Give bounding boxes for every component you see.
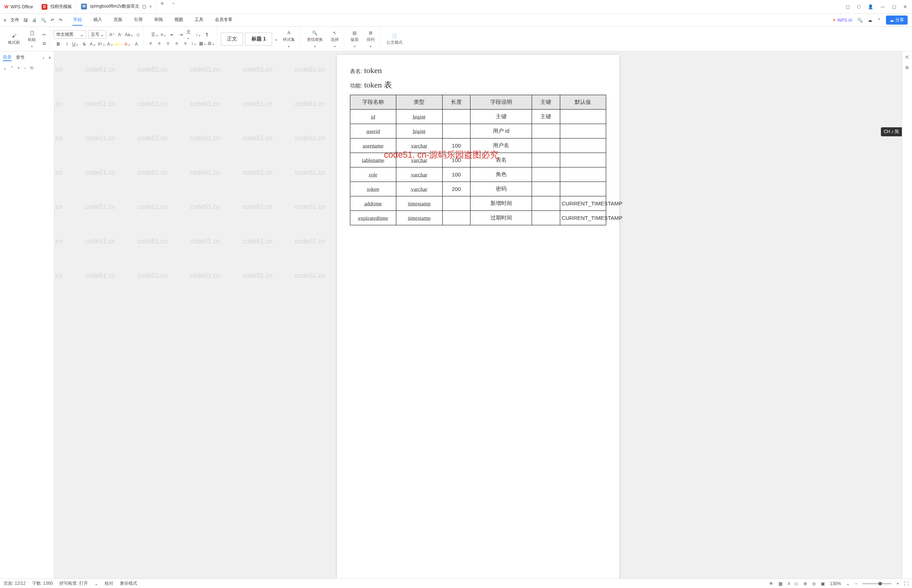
view-print-icon[interactable]: ▦ (778, 581, 782, 586)
strikethrough-icon[interactable]: S̶ (81, 41, 87, 47)
emphasis-icon[interactable]: A⌄ (90, 41, 96, 47)
align-center-icon[interactable]: ≡ (156, 40, 162, 47)
select-button[interactable]: ↖选择⌄ (328, 30, 342, 48)
tab-insert[interactable]: 插入 (92, 15, 103, 26)
zoom-value[interactable]: 130% (830, 581, 841, 586)
bold-icon[interactable]: B (55, 41, 62, 47)
view-eye-icon[interactable]: 👁 (769, 581, 773, 586)
table-cell[interactable]: 100 (442, 168, 470, 182)
zoom-in-icon[interactable]: + (896, 581, 899, 586)
table-cell[interactable]: varchar (396, 153, 442, 168)
superscript-icon[interactable]: X²⌄ (99, 41, 105, 47)
tab-template[interactable]: D 找稻壳模板 (37, 0, 77, 13)
table-row[interactable]: usernamevarchar100用户名 (350, 139, 606, 153)
tab-member[interactable]: 会员专享 (214, 15, 233, 26)
redo-icon[interactable]: ↷ (58, 18, 62, 23)
show-marks-icon[interactable]: ¶ (204, 31, 210, 38)
view-web-icon[interactable]: ⊕ (803, 581, 807, 586)
view-split-icon[interactable]: ▣ (821, 581, 825, 586)
file-menu[interactable]: 文件 (10, 17, 19, 23)
add-icon[interactable]: + (17, 65, 20, 71)
numbering-icon[interactable]: ≡⌄ (160, 31, 167, 38)
table-cell[interactable]: varchar (396, 182, 442, 196)
italic-icon[interactable]: I (64, 41, 70, 47)
table-cell[interactable] (531, 182, 560, 196)
table-cell[interactable]: 用户名 (470, 139, 532, 153)
table-cell[interactable]: timestamp (396, 196, 442, 211)
table-cell[interactable]: 用户 id (470, 124, 532, 139)
table-row[interactable]: tablenamevarchar100表名 (350, 153, 606, 168)
align-left-icon[interactable]: ≡ (147, 40, 154, 47)
menu-icon[interactable]: ≡ (3, 18, 6, 23)
tab-tools[interactable]: 工具 (194, 15, 204, 26)
find-replace-button[interactable]: 🔍查找替换⌄ (304, 30, 326, 48)
table-cell[interactable]: addtime (350, 196, 396, 211)
table-cell[interactable]: 主键 (470, 110, 532, 124)
table-cell[interactable]: 200 (442, 182, 470, 196)
decrease-indent-icon[interactable]: ⇤ (169, 31, 175, 38)
view-outline-icon[interactable]: ≡ (787, 581, 790, 586)
fullscreen-icon[interactable]: ⛶ (904, 581, 909, 586)
table-cell[interactable] (560, 182, 606, 196)
link-icon[interactable]: ⟲ (30, 65, 33, 71)
decrease-font-icon[interactable]: A⁻ (117, 31, 124, 38)
highlight-icon[interactable]: ab⌄ (116, 41, 122, 47)
tab-menu-button[interactable]: ⌄ (168, 0, 179, 13)
text-direction-icon[interactable]: 文⌄ (186, 31, 193, 38)
avatar-icon[interactable]: 👤 (868, 4, 873, 10)
table-cell[interactable] (531, 196, 560, 211)
zoom-slider[interactable] (862, 583, 891, 585)
table-cell[interactable]: 主键 (531, 110, 560, 124)
char-shading-icon[interactable]: A (133, 41, 140, 47)
paste-button[interactable]: 📋粘贴⌄ (25, 30, 39, 48)
line-spacing-icon[interactable]: ↕⌄ (191, 40, 197, 47)
table-cell[interactable]: 100 (442, 139, 470, 153)
font-size-select[interactable]: 五号⌄ (88, 31, 106, 39)
table-cell[interactable]: 新增时间 (470, 196, 532, 211)
status-compat[interactable]: 兼容模式 (120, 580, 137, 586)
table-cell[interactable] (531, 124, 560, 139)
table-cell[interactable]: CURRENT_TIMESTAMP (560, 211, 606, 225)
style-set-button[interactable]: A样式集⌄ (280, 30, 298, 48)
table-row[interactable]: rolevarchar100角色 (350, 168, 606, 182)
table-cell[interactable]: bigint (396, 124, 442, 139)
styles-more-icon[interactable]: ⌄ (274, 37, 278, 42)
table-cell[interactable] (442, 110, 470, 124)
db-table[interactable]: 字段名称类型长度字段说明主键默认值 idbigint主键主键useridbigi… (350, 95, 606, 225)
table-cell[interactable]: id (350, 110, 396, 124)
cut-icon[interactable]: ✂ (41, 31, 47, 38)
table-cell[interactable]: 表名 (470, 153, 532, 168)
tab-start[interactable]: 开始 (72, 15, 83, 26)
table-cell[interactable] (531, 168, 560, 182)
table-cell[interactable] (442, 124, 470, 139)
table-cell[interactable] (531, 139, 560, 153)
chevron-right-icon[interactable]: › (43, 55, 44, 60)
tab-review[interactable]: 审阅 (154, 15, 164, 26)
table-row[interactable]: tokenvarchar200密码 (350, 182, 606, 196)
style-heading1[interactable]: 标题 1 (245, 32, 272, 45)
table-cell[interactable]: varchar (396, 139, 442, 153)
cloud-icon[interactable]: ☁ (868, 18, 872, 23)
cube-icon[interactable]: ⬡ (857, 4, 860, 10)
preview-icon[interactable]: 🔍 (41, 18, 46, 23)
add-tab-button[interactable]: + (157, 0, 168, 13)
view-read-icon[interactable]: ▷ (795, 581, 799, 586)
text-effects-icon[interactable]: A⌄ (107, 41, 113, 47)
table-row[interactable]: addtimetimestamp新增时间CURRENT_TIMESTAMP (350, 196, 606, 211)
save-icon[interactable]: 🖫 (24, 18, 28, 23)
table-cell[interactable] (442, 211, 470, 225)
table-cell[interactable]: CURRENT_TIMESTAMP (560, 196, 606, 211)
status-page[interactable]: 页面: 12/12 (3, 580, 26, 586)
increase-indent-icon[interactable]: ⇥ (178, 31, 184, 38)
sidebar-tab-toc[interactable]: 目录 (3, 54, 11, 61)
status-spell[interactable]: 拼写检查: 打开 (59, 580, 88, 586)
table-cell[interactable]: tablename (350, 153, 396, 168)
sort-icon[interactable]: ↕⌄ (195, 31, 202, 38)
table-row[interactable]: expiratedtimetimestamp过期时间CURRENT_TIMEST… (350, 211, 606, 225)
table-cell[interactable] (560, 139, 606, 153)
table-cell[interactable] (531, 211, 560, 225)
sidebar-tab-chapter[interactable]: 章节 (16, 55, 24, 61)
table-cell[interactable]: 密码 (470, 182, 532, 196)
font-color-icon[interactable]: A⌄ (125, 41, 131, 47)
table-cell[interactable] (442, 196, 470, 211)
